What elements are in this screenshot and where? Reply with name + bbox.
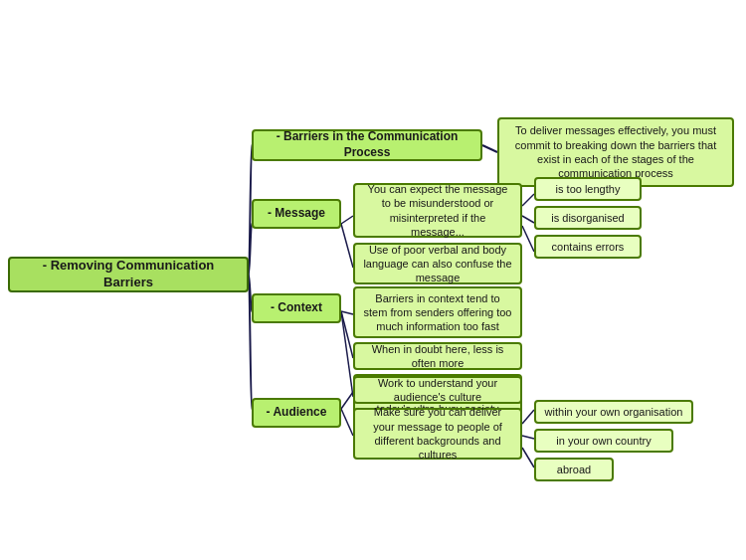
svg-line-2 [341, 224, 353, 268]
message-disorganised-node: is disorganised [534, 206, 642, 230]
audience-abroad-node: abroad [534, 458, 614, 481]
message-errors-node: contains errors [534, 235, 642, 259]
svg-line-7 [341, 311, 353, 358]
svg-line-8 [341, 311, 353, 397]
audience-desc1-node: Work to understand your audience's cultu… [353, 376, 522, 404]
svg-line-10 [341, 409, 353, 436]
svg-line-1 [341, 216, 353, 224]
message-desc1-node: You can expect the message to be misunde… [353, 183, 522, 238]
svg-line-12 [522, 436, 534, 439]
svg-line-0 [482, 145, 497, 152]
svg-line-6 [341, 311, 353, 314]
message-branch-node: - Message [252, 199, 341, 229]
svg-line-3 [522, 194, 534, 206]
audience-org-node: within your own organisation [534, 400, 693, 424]
audience-desc2-node: Make sure you can deliver your message t… [353, 408, 522, 460]
root-node: - Removing Communication Barriers [8, 257, 249, 292]
context-desc2-node: When in doubt here, less is often more [353, 342, 522, 370]
svg-line-13 [522, 448, 534, 467]
svg-line-5 [522, 226, 534, 252]
context-desc1-node: Barriers in context tend to stem from se… [353, 286, 522, 338]
message-desc2-node: Use of poor verbal and body language can… [353, 243, 522, 284]
svg-line-11 [522, 410, 534, 424]
mind-map: - Removing Communication Barriers - Barr… [0, 0, 746, 560]
context-branch-node: - Context [252, 293, 341, 323]
barriers-branch-node: - Barriers in the Communication Process [252, 129, 482, 161]
message-too-lengthy-node: is too lengthy [534, 177, 642, 201]
svg-line-4 [522, 216, 534, 223]
svg-line-9 [341, 392, 353, 409]
audience-branch-node: - Audience [252, 398, 341, 428]
audience-country-node: in your own country [534, 429, 673, 453]
